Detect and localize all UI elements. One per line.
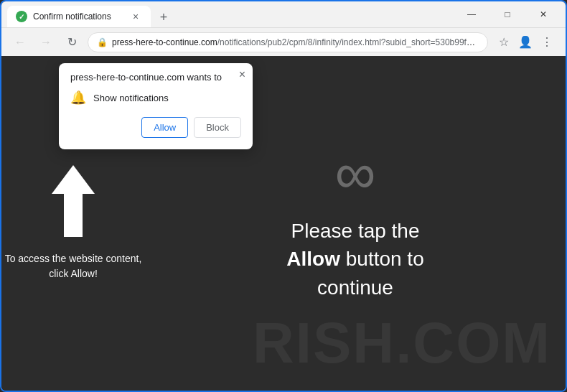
browser-window: ✓ Confirm notifications × + — □ ✕ ← → ↻ … xyxy=(0,0,567,392)
tab-favicon: ✓ xyxy=(16,11,27,22)
notification-popup: × press-here-to-continue.com wants to 🔔 … xyxy=(59,63,253,149)
left-instruction-text: To access the website content, click All… xyxy=(1,251,145,281)
bell-icon: 🔔 xyxy=(70,90,86,106)
window-controls: — □ ✕ xyxy=(455,1,560,27)
lock-icon: 🔒 xyxy=(97,37,108,47)
title-bar: ✓ Confirm notifications × + — □ ✕ xyxy=(1,1,566,27)
back-button[interactable]: ← xyxy=(10,32,30,52)
main-heading: Please tap the Allow button to continue xyxy=(286,217,423,302)
profile-button[interactable]: 👤 xyxy=(515,32,535,52)
block-button[interactable]: Block xyxy=(194,117,241,138)
tab-title: Confirm notifications xyxy=(33,11,123,22)
main-text-line2: button to xyxy=(346,248,424,270)
address-input[interactable]: 🔒 press-here-to-continue.com/notificatio… xyxy=(88,32,488,52)
minimize-button[interactable]: — xyxy=(455,1,488,27)
main-text-line1: Please tap the xyxy=(291,220,419,242)
popup-permission: 🔔 Show notifications xyxy=(70,90,241,106)
url-domain: press-here-to-continue.com xyxy=(112,37,217,47)
forward-button[interactable]: → xyxy=(36,32,56,52)
arrow-up-icon xyxy=(52,165,95,237)
popup-buttons: Allow Block xyxy=(70,117,241,138)
maximize-button[interactable]: □ xyxy=(491,1,524,27)
active-tab[interactable]: ✓ Confirm notifications × xyxy=(7,6,151,27)
left-section: To access the website content, click All… xyxy=(1,165,145,281)
infinity-icon: ∞ xyxy=(334,145,375,202)
close-button[interactable]: ✕ xyxy=(527,1,560,27)
svg-marker-0 xyxy=(52,165,95,237)
main-text-line3: continue xyxy=(317,276,393,299)
url-path: /notifications/pub2/cpm/8/infinity/index… xyxy=(217,37,479,47)
tab-close-button[interactable]: × xyxy=(129,10,142,23)
popup-title: press-here-to-continue.com wants to xyxy=(70,72,241,83)
tabs-area: ✓ Confirm notifications × + xyxy=(7,1,455,27)
new-tab-button[interactable]: + xyxy=(154,7,174,27)
right-section: ∞ Please tap the Allow button to continu… xyxy=(145,145,566,302)
bookmark-button[interactable]: ☆ xyxy=(494,32,514,52)
popup-close-button[interactable]: × xyxy=(239,69,245,80)
permission-text: Show notifications xyxy=(93,93,169,103)
allow-button[interactable]: Allow xyxy=(141,117,188,138)
browser-content: RISH.COM To access the website content, … xyxy=(1,56,566,391)
address-actions: ☆ 👤 ⋮ xyxy=(494,32,557,52)
url-text: press-here-to-continue.com/notifications… xyxy=(112,37,479,47)
refresh-button[interactable]: ↻ xyxy=(62,32,82,52)
main-text-bold: Allow xyxy=(286,248,340,270)
address-bar: ← → ↻ 🔒 press-here-to-continue.com/notif… xyxy=(1,27,566,56)
menu-button[interactable]: ⋮ xyxy=(537,32,557,52)
